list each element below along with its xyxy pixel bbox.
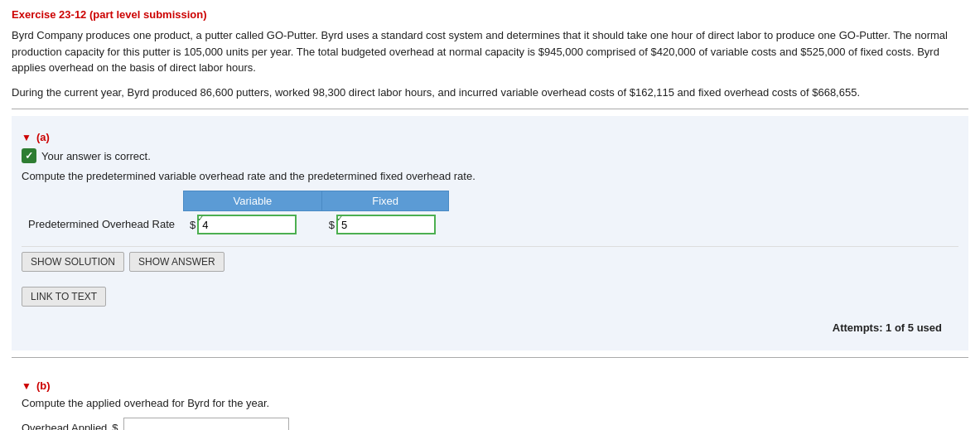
- show-answer-button[interactable]: SHOW ANSWER: [129, 252, 224, 272]
- col-fixed-header: Fixed: [322, 191, 449, 211]
- divider-top: [12, 109, 968, 109]
- exercise-description-line2: During the current year, Byrd produced 8…: [12, 85, 968, 101]
- link-to-text-button[interactable]: LINK TO TEXT: [22, 287, 106, 307]
- overhead-rate-label: Predetermined Overhead Rate: [22, 211, 183, 239]
- part-b-label: (b): [36, 379, 51, 392]
- part-b-instruction: Compute the applied overhead for Byrd fo…: [22, 397, 958, 409]
- show-solution-button[interactable]: SHOW SOLUTION: [22, 252, 124, 272]
- part-a-instruction: Compute the predetermined variable overh…: [22, 170, 958, 182]
- section-b: ▼ (b) Compute the applied overhead for B…: [12, 365, 968, 430]
- overhead-applied-label: Overhead Applied: [22, 422, 107, 431]
- fixed-dollar-sign: $: [329, 219, 335, 231]
- overhead-rate-row: Predetermined Overhead Rate $ ✓ $: [22, 211, 449, 239]
- correct-message: Your answer is correct.: [41, 150, 151, 162]
- variable-check-icon: ✓: [197, 215, 204, 223]
- part-a-label: (a): [36, 131, 50, 143]
- exercise-title: Exercise 23-12 (part level submission): [12, 8, 968, 21]
- correct-check-icon: ✓: [22, 148, 36, 163]
- part-a-arrow[interactable]: ▼: [22, 132, 31, 143]
- part-b-arrow[interactable]: ▼: [22, 380, 31, 392]
- link-row: LINK TO TEXT: [22, 283, 958, 313]
- col-variable-header: Variable: [183, 191, 322, 211]
- overhead-applied-row: Overhead Applied $: [22, 418, 958, 430]
- attempts-row: Attempts: 1 of 5 used: [22, 313, 958, 342]
- part-a-header: ▼ (a): [22, 131, 958, 143]
- variable-rate-input[interactable]: [197, 215, 297, 234]
- part-b-header: ▼ (b): [22, 379, 958, 392]
- section-a: ▼ (a) ✓ Your answer is correct. Compute …: [12, 116, 968, 350]
- fixed-input-cell: $ ✓: [329, 215, 442, 234]
- overhead-applied-dollar: $: [112, 422, 118, 431]
- exercise-description-line1: Byrd Company produces one product, a put…: [12, 27, 968, 76]
- variable-dollar-sign: $: [190, 219, 196, 231]
- correct-banner: ✓ Your answer is correct.: [22, 148, 958, 163]
- fixed-rate-input[interactable]: [336, 215, 436, 234]
- overhead-table: Variable Fixed Predetermined Overhead Ra…: [22, 191, 449, 238]
- variable-input-cell: $ ✓: [190, 215, 316, 234]
- overhead-applied-input[interactable]: [123, 418, 289, 430]
- fixed-check-icon: ✓: [336, 215, 343, 223]
- main-container: Exercise 23-12 (part level submission) B…: [0, 0, 980, 430]
- divider-middle: [12, 357, 968, 358]
- buttons-row: SHOW SOLUTION SHOW ANSWER: [22, 246, 958, 277]
